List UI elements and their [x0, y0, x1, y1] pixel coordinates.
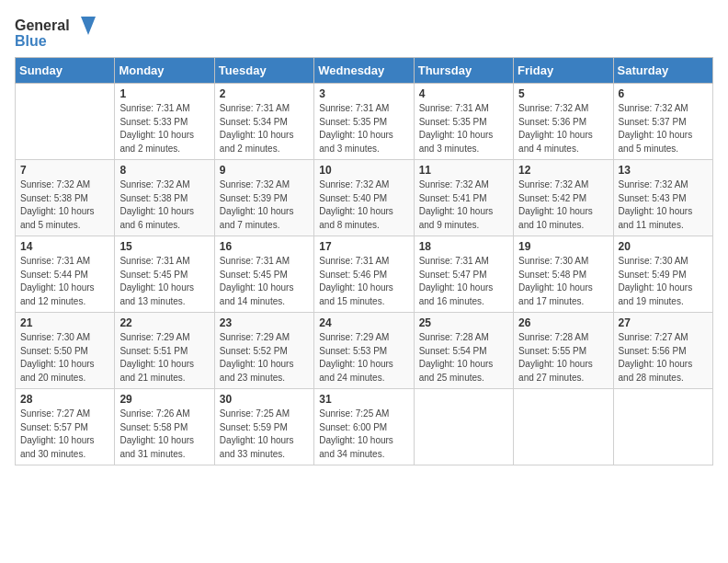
day-number: 17	[319, 240, 408, 253]
day-number: 14	[20, 240, 109, 253]
generalblue-logo-icon: GeneralBlue	[15, 15, 97, 50]
day-info: Sunrise: 7:29 AM Sunset: 5:53 PM Dayligh…	[319, 331, 408, 385]
day-number: 13	[619, 164, 708, 177]
column-header-friday: Friday	[514, 58, 613, 84]
calendar-cell: 8Sunrise: 7:32 AM Sunset: 5:38 PM Daylig…	[115, 160, 214, 236]
day-number: 10	[319, 164, 408, 177]
day-number: 26	[518, 316, 608, 329]
column-header-tuesday: Tuesday	[214, 58, 313, 84]
week-row-5: 28Sunrise: 7:27 AM Sunset: 5:57 PM Dayli…	[16, 389, 713, 465]
calendar-cell: 19Sunrise: 7:30 AM Sunset: 5:48 PM Dayli…	[514, 236, 613, 313]
week-row-1: 1Sunrise: 7:31 AM Sunset: 5:33 PM Daylig…	[16, 84, 713, 160]
day-number: 8	[119, 164, 209, 177]
day-info: Sunrise: 7:32 AM Sunset: 5:39 PM Dayligh…	[220, 178, 309, 232]
page-header: GeneralBlue	[15, 15, 713, 50]
day-number: 9	[220, 164, 309, 177]
day-info: Sunrise: 7:31 AM Sunset: 5:45 PM Dayligh…	[119, 255, 209, 308]
calendar-cell: 4Sunrise: 7:31 AM Sunset: 5:35 PM Daylig…	[414, 84, 513, 160]
day-number: 1	[119, 87, 209, 100]
day-number: 7	[20, 164, 109, 177]
day-info: Sunrise: 7:29 AM Sunset: 5:51 PM Dayligh…	[119, 331, 209, 385]
day-info: Sunrise: 7:31 AM Sunset: 5:35 PM Dayligh…	[319, 102, 408, 155]
calendar-cell: 16Sunrise: 7:31 AM Sunset: 5:45 PM Dayli…	[214, 236, 313, 313]
day-number: 18	[419, 240, 508, 253]
day-number: 21	[20, 316, 109, 329]
day-number: 29	[119, 393, 209, 406]
day-number: 15	[119, 240, 209, 253]
day-number: 28	[20, 393, 109, 406]
calendar-cell: 12Sunrise: 7:32 AM Sunset: 5:42 PM Dayli…	[514, 160, 613, 236]
day-number: 19	[518, 240, 608, 253]
calendar-cell: 6Sunrise: 7:32 AM Sunset: 5:37 PM Daylig…	[613, 84, 712, 160]
day-info: Sunrise: 7:27 AM Sunset: 5:57 PM Dayligh…	[20, 408, 109, 461]
day-info: Sunrise: 7:25 AM Sunset: 5:59 PM Dayligh…	[220, 408, 309, 461]
day-number: 31	[319, 393, 408, 406]
column-header-sunday: Sunday	[16, 58, 115, 84]
day-number: 20	[619, 240, 708, 253]
calendar-cell: 11Sunrise: 7:32 AM Sunset: 5:41 PM Dayli…	[414, 160, 513, 236]
day-info: Sunrise: 7:28 AM Sunset: 5:55 PM Dayligh…	[518, 331, 608, 385]
calendar-cell: 24Sunrise: 7:29 AM Sunset: 5:53 PM Dayli…	[314, 313, 414, 389]
logo: GeneralBlue	[15, 15, 97, 50]
calendar-cell: 13Sunrise: 7:32 AM Sunset: 5:43 PM Dayli…	[613, 160, 712, 236]
calendar-table: SundayMondayTuesdayWednesdayThursdayFrid…	[15, 57, 713, 465]
calendar-cell: 23Sunrise: 7:29 AM Sunset: 5:52 PM Dayli…	[214, 313, 313, 389]
calendar-cell: 17Sunrise: 7:31 AM Sunset: 5:46 PM Dayli…	[314, 236, 414, 313]
day-info: Sunrise: 7:31 AM Sunset: 5:45 PM Dayligh…	[220, 255, 309, 308]
calendar-cell: 10Sunrise: 7:32 AM Sunset: 5:40 PM Dayli…	[314, 160, 414, 236]
day-info: Sunrise: 7:32 AM Sunset: 5:38 PM Dayligh…	[119, 178, 209, 232]
day-info: Sunrise: 7:30 AM Sunset: 5:50 PM Dayligh…	[20, 331, 109, 385]
week-row-2: 7Sunrise: 7:32 AM Sunset: 5:38 PM Daylig…	[16, 160, 713, 236]
day-info: Sunrise: 7:29 AM Sunset: 5:52 PM Dayligh…	[220, 331, 309, 385]
calendar-cell: 9Sunrise: 7:32 AM Sunset: 5:39 PM Daylig…	[214, 160, 313, 236]
day-info: Sunrise: 7:27 AM Sunset: 5:56 PM Dayligh…	[619, 331, 708, 385]
day-number: 16	[220, 240, 309, 253]
calendar-cell: 28Sunrise: 7:27 AM Sunset: 5:57 PM Dayli…	[16, 389, 115, 465]
calendar-cell: 3Sunrise: 7:31 AM Sunset: 5:35 PM Daylig…	[314, 84, 414, 160]
calendar-cell: 18Sunrise: 7:31 AM Sunset: 5:47 PM Dayli…	[414, 236, 513, 313]
day-number: 24	[319, 316, 408, 329]
column-header-wednesday: Wednesday	[314, 58, 414, 84]
day-info: Sunrise: 7:32 AM Sunset: 5:43 PM Dayligh…	[619, 178, 708, 232]
day-number: 6	[619, 87, 708, 100]
day-number: 22	[119, 316, 209, 329]
day-number: 25	[419, 316, 508, 329]
week-row-4: 21Sunrise: 7:30 AM Sunset: 5:50 PM Dayli…	[16, 313, 713, 389]
calendar-cell: 15Sunrise: 7:31 AM Sunset: 5:45 PM Dayli…	[115, 236, 214, 313]
calendar-cell: 5Sunrise: 7:32 AM Sunset: 5:36 PM Daylig…	[514, 84, 613, 160]
svg-text:Blue: Blue	[15, 33, 47, 49]
calendar-cell: 30Sunrise: 7:25 AM Sunset: 5:59 PM Dayli…	[214, 389, 313, 465]
calendar-cell: 26Sunrise: 7:28 AM Sunset: 5:55 PM Dayli…	[514, 313, 613, 389]
header-row: SundayMondayTuesdayWednesdayThursdayFrid…	[16, 58, 713, 84]
day-number: 23	[220, 316, 309, 329]
day-info: Sunrise: 7:32 AM Sunset: 5:37 PM Dayligh…	[619, 102, 708, 155]
svg-marker-2	[81, 17, 96, 35]
week-row-3: 14Sunrise: 7:31 AM Sunset: 5:44 PM Dayli…	[16, 236, 713, 313]
calendar-cell: 27Sunrise: 7:27 AM Sunset: 5:56 PM Dayli…	[613, 313, 712, 389]
day-info: Sunrise: 7:30 AM Sunset: 5:48 PM Dayligh…	[518, 255, 608, 308]
calendar-cell	[613, 389, 712, 465]
calendar-cell: 22Sunrise: 7:29 AM Sunset: 5:51 PM Dayli…	[115, 313, 214, 389]
day-info: Sunrise: 7:30 AM Sunset: 5:49 PM Dayligh…	[619, 255, 708, 308]
calendar-cell: 1Sunrise: 7:31 AM Sunset: 5:33 PM Daylig…	[115, 84, 214, 160]
day-info: Sunrise: 7:31 AM Sunset: 5:34 PM Dayligh…	[220, 102, 309, 155]
day-info: Sunrise: 7:32 AM Sunset: 5:42 PM Dayligh…	[518, 178, 608, 232]
day-info: Sunrise: 7:31 AM Sunset: 5:35 PM Dayligh…	[419, 102, 508, 155]
day-number: 27	[619, 316, 708, 329]
day-info: Sunrise: 7:31 AM Sunset: 5:46 PM Dayligh…	[319, 255, 408, 308]
calendar-cell: 2Sunrise: 7:31 AM Sunset: 5:34 PM Daylig…	[214, 84, 313, 160]
day-info: Sunrise: 7:31 AM Sunset: 5:47 PM Dayligh…	[419, 255, 508, 308]
day-number: 5	[518, 87, 608, 100]
calendar-cell: 29Sunrise: 7:26 AM Sunset: 5:58 PM Dayli…	[115, 389, 214, 465]
day-number: 11	[419, 164, 508, 177]
calendar-cell	[514, 389, 613, 465]
calendar-cell: 7Sunrise: 7:32 AM Sunset: 5:38 PM Daylig…	[16, 160, 115, 236]
column-header-thursday: Thursday	[414, 58, 513, 84]
svg-text:General: General	[15, 17, 70, 33]
day-info: Sunrise: 7:32 AM Sunset: 5:38 PM Dayligh…	[20, 178, 109, 232]
column-header-saturday: Saturday	[613, 58, 712, 84]
calendar-cell: 20Sunrise: 7:30 AM Sunset: 5:49 PM Dayli…	[613, 236, 712, 313]
day-info: Sunrise: 7:32 AM Sunset: 5:41 PM Dayligh…	[419, 178, 508, 232]
calendar-cell	[16, 84, 115, 160]
calendar-cell: 31Sunrise: 7:25 AM Sunset: 6:00 PM Dayli…	[314, 389, 414, 465]
